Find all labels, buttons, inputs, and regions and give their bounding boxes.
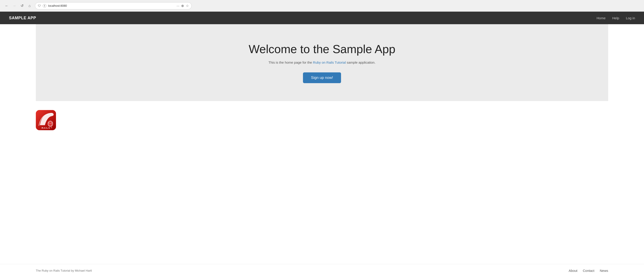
bookmark-icon[interactable]: ☆ — [186, 4, 189, 8]
address-actions: ··· ⊕ ☆ — [176, 4, 189, 8]
app-navbar: SAMPLE APP Home Help Log in — [0, 12, 644, 24]
address-bar[interactable]: 🛡 ℹ localhost:8080 ··· ⊕ ☆ — [35, 2, 192, 10]
svg-text:®: ® — [51, 127, 52, 128]
nav-help[interactable]: Help — [612, 16, 619, 20]
content-area: RAILS ® — [0, 101, 644, 264]
nav-home[interactable]: Home — [596, 16, 606, 20]
rails-logo: RAILS ® — [36, 110, 56, 130]
back-button[interactable]: ← — [4, 3, 10, 9]
browser-nav-buttons: ← → ↺ ⌂ — [4, 3, 33, 9]
app-brand[interactable]: SAMPLE APP — [9, 16, 36, 21]
hero-subtitle: This is the home page for the Ruby on Ra… — [45, 61, 599, 64]
hero-section: Welcome to the Sample App This is the ho… — [36, 24, 608, 101]
footer-links: About Contact News — [569, 269, 608, 272]
reload-button[interactable]: ↺ — [19, 3, 25, 9]
ellipsis-icon[interactable]: ··· — [176, 4, 179, 8]
hero-title: Welcome to the Sample App — [45, 42, 599, 56]
url-text: localhost:8080 — [48, 4, 175, 8]
footer-text-before: The Ruby on Rails Tutorial by — [36, 269, 75, 272]
hero-subtitle-before: This is the home page for the — [268, 61, 313, 64]
nav-login[interactable]: Log in — [626, 16, 635, 20]
rails-tutorial-link[interactable]: Ruby on Rails Tutorial — [313, 61, 346, 64]
svg-text:RAILS: RAILS — [42, 127, 50, 129]
hero-subtitle-after: sample application. — [346, 61, 376, 64]
footer-about[interactable]: About — [569, 269, 578, 272]
shield-icon: 🛡 — [38, 4, 41, 8]
home-button[interactable]: ⌂ — [26, 3, 33, 9]
footer-author-link[interactable]: Michael Hartl — [75, 269, 92, 272]
pocket-icon[interactable]: ⊕ — [181, 4, 184, 8]
footer-contact[interactable]: Contact — [583, 269, 594, 272]
info-icon: ℹ — [43, 4, 46, 8]
signup-button[interactable]: Sign up now! — [303, 72, 341, 83]
app-nav-links: Home Help Log in — [596, 16, 635, 20]
footer-news[interactable]: News — [600, 269, 608, 272]
footer: The Ruby on Rails Tutorial by Michael Ha… — [0, 264, 644, 277]
footer-text: The Ruby on Rails Tutorial by Michael Ha… — [36, 269, 92, 272]
forward-button[interactable]: → — [11, 3, 18, 9]
browser-chrome: ← → ↺ ⌂ 🛡 ℹ localhost:8080 ··· ⊕ ☆ — [0, 0, 644, 12]
